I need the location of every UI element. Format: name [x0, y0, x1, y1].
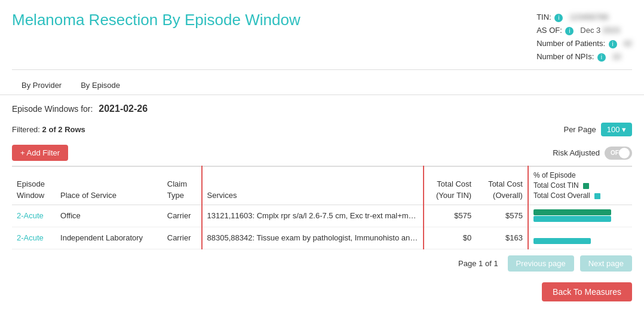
- filter-row: Filtered: 2 of 2 Rows Per Page 100 ▾: [0, 118, 644, 141]
- tabs-row: By Provider By Episode: [0, 70, 644, 95]
- claim-type-cell: Carrier: [162, 227, 202, 249]
- table-row: 2-Acute Office Carrier 13121,11603: Cmpl…: [12, 205, 632, 227]
- patients-info-icon[interactable]: i: [609, 40, 617, 48]
- npis-label: Number of NPIs:: [536, 52, 594, 61]
- as-of-value: Dec 3: [580, 26, 600, 35]
- data-table: EpisodeWindow Place of Service ClaimType…: [12, 166, 632, 249]
- npis-info-icon[interactable]: i: [597, 53, 606, 62]
- total-cost-tin-cell: $575: [424, 205, 476, 227]
- episode-window-cell[interactable]: 2-Acute: [12, 227, 56, 249]
- episode-date: 2021-02-26: [99, 103, 148, 114]
- filtered-label: Filtered: 2 of 2 Rows: [12, 125, 85, 134]
- previous-page-button[interactable]: Previous page: [508, 255, 574, 272]
- as-of-date-blurred: 2023: [603, 24, 620, 37]
- claim-type-cell: Carrier: [162, 205, 202, 227]
- bars-stacked: [533, 231, 611, 245]
- meta-info: TIN: i 123456789 AS OF: i Dec 3 2023 Num…: [536, 11, 632, 63]
- per-page-label: Per Page: [563, 125, 596, 134]
- filtered-count: 2 of 2 Rows: [42, 125, 85, 134]
- total-cost-overall-cell: $575: [476, 205, 528, 227]
- total-cost-overall-cell: $163: [476, 227, 528, 249]
- episode-window-cell[interactable]: 2-Acute: [12, 205, 56, 227]
- th-place-of-service: Place of Service: [56, 166, 162, 205]
- as-of-label: AS OF:: [536, 26, 562, 35]
- tab-by-provider[interactable]: By Provider: [12, 76, 71, 94]
- th-total-cost-overall: Total Cost(Overall): [476, 166, 528, 205]
- actions-row: + Add Filter Risk Adjusted OFF: [0, 141, 644, 166]
- back-btn-row: Back To Measures: [0, 278, 644, 310]
- page-info: Page 1 of 1: [458, 259, 498, 268]
- bars-stacked: [533, 209, 611, 222]
- bar-overall: [533, 238, 591, 244]
- next-page-button[interactable]: Next page: [580, 255, 632, 272]
- legend-overall-dot: [594, 193, 600, 199]
- total-cost-tin-cell: $0: [424, 227, 476, 249]
- bar-cell: [528, 205, 632, 227]
- per-page-button[interactable]: 100 ▾: [601, 123, 632, 136]
- tin-value: 123456789: [569, 11, 608, 24]
- place-of-service-cell: Independent Laboratory: [56, 227, 162, 249]
- pagination-row: Page 1 of 1 Previous page Next page: [0, 249, 644, 278]
- episode-windows-label: Episode Windows for: 2021-02-26: [0, 95, 644, 118]
- risk-adjusted-label: Risk Adjusted: [553, 148, 600, 157]
- add-filter-button[interactable]: + Add Filter: [12, 145, 68, 161]
- risk-adjusted-toggle[interactable]: OFF: [605, 147, 632, 160]
- legend-tin-dot: [583, 183, 589, 189]
- bar-cell: [528, 227, 632, 249]
- npis-value: 10: [612, 50, 621, 63]
- table-wrap: EpisodeWindow Place of Service ClaimType…: [0, 166, 644, 249]
- bar-overall: [533, 216, 611, 222]
- tin-label: TIN:: [536, 13, 551, 22]
- back-to-measures-button[interactable]: Back To Measures: [542, 282, 632, 301]
- th-episode-window: EpisodeWindow: [12, 166, 56, 205]
- th-pct-episode: % of Episode Total Cost TIN Total Cost O…: [528, 166, 632, 205]
- place-of-service-cell: Office: [56, 205, 162, 227]
- th-total-cost-tin: Total Cost(Your TIN): [424, 166, 476, 205]
- services-cell: 13121,11603: Cmplx rpr s/a/l 2.6-7.5 cm,…: [202, 205, 424, 227]
- page-title: Melanoma Resection By Episode Window: [12, 11, 300, 29]
- th-services: Services: [202, 166, 424, 205]
- tin-info-icon[interactable]: i: [554, 14, 563, 22]
- toggle-knob: [619, 148, 630, 158]
- patients-label: Number of Patients:: [536, 39, 605, 48]
- th-claim-type: ClaimType: [162, 166, 202, 205]
- tab-by-episode[interactable]: By Episode: [71, 76, 130, 94]
- table-row: 2-Acute Independent Laboratory Carrier 8…: [12, 227, 632, 249]
- per-page-area: Per Page 100 ▾: [563, 123, 632, 136]
- patients-value: 42: [624, 37, 632, 50]
- services-cell: 88305,88342: Tissue exam by pathologist,…: [202, 227, 424, 249]
- risk-adjusted-area: Risk Adjusted OFF: [553, 147, 632, 160]
- as-of-info-icon[interactable]: i: [565, 27, 574, 35]
- bar-tin: [533, 209, 611, 215]
